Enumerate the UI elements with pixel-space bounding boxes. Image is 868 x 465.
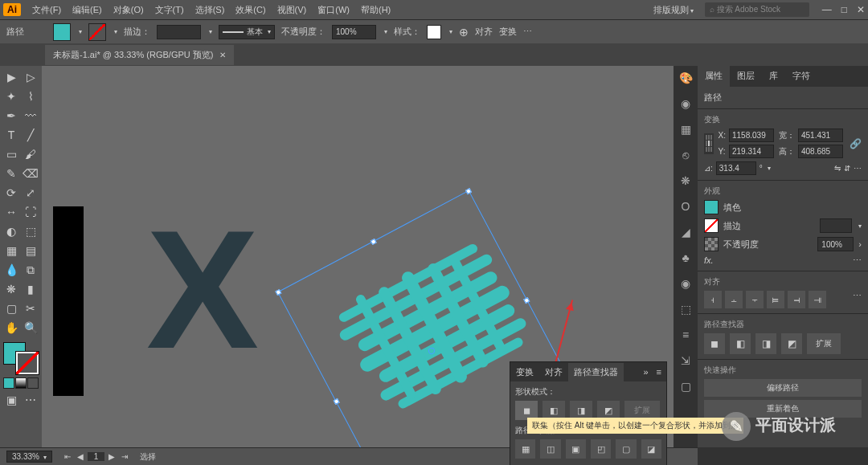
stroke-style-dropdown[interactable]: 基本▾ bbox=[219, 25, 275, 39]
transform-icon[interactable]: ⋯ bbox=[523, 27, 532, 37]
more-options-icon[interactable]: ⋯ bbox=[854, 164, 862, 173]
artboard-tool[interactable]: ▢ bbox=[2, 299, 21, 318]
appearance-icon[interactable]: ◉ bbox=[678, 276, 693, 291]
trim-button[interactable]: ◫ bbox=[540, 439, 560, 459]
rectangle-tool[interactable]: ▭ bbox=[2, 145, 21, 164]
minus-back-button[interactable]: ◪ bbox=[641, 439, 661, 459]
tab-close-icon[interactable]: ✕ bbox=[219, 51, 226, 59]
eyedropper-tool[interactable]: 💧 bbox=[2, 260, 21, 279]
pf-unite[interactable]: ◼ bbox=[704, 333, 725, 354]
menu-object[interactable]: 对象(O) bbox=[108, 2, 149, 18]
float-menu-icon[interactable]: ≡ bbox=[652, 367, 666, 377]
rotate-tool[interactable]: ⟳ bbox=[2, 183, 21, 202]
minimize-button[interactable]: — bbox=[822, 4, 832, 15]
align-bottom[interactable]: ⫣ bbox=[809, 291, 826, 308]
x-input[interactable] bbox=[729, 128, 774, 142]
align-top[interactable]: ⫢ bbox=[767, 291, 784, 308]
fx-label[interactable]: fx. bbox=[704, 255, 714, 266]
free-transform-tool[interactable]: ⛶ bbox=[21, 202, 40, 222]
graphic-styles-icon[interactable]: ⬚ bbox=[678, 302, 693, 316]
next-artboard-icon[interactable]: ▶ bbox=[106, 452, 117, 461]
flip-h-icon[interactable]: ⇋ bbox=[834, 164, 841, 173]
swatches-icon[interactable]: ▦ bbox=[678, 122, 693, 137]
float-tab-transform[interactable]: 变换 bbox=[510, 363, 539, 381]
color-guide-icon[interactable]: ◉ bbox=[678, 96, 693, 111]
type-tool[interactable]: T bbox=[2, 125, 21, 145]
zoom-dropdown[interactable]: 33.33% ▾ bbox=[6, 451, 52, 463]
selection-tool[interactable]: ▶ bbox=[2, 67, 21, 87]
offset-path-button[interactable]: 偏移路径 bbox=[704, 379, 862, 397]
transform-link[interactable]: 变换 bbox=[499, 26, 517, 38]
y-input[interactable] bbox=[729, 145, 774, 158]
symbols-icon[interactable]: ❋ bbox=[678, 173, 693, 188]
lock-aspect-icon[interactable]: 🔗 bbox=[850, 138, 862, 149]
scale-tool[interactable]: ⤢ bbox=[21, 183, 40, 202]
shape-builder-tool[interactable]: ◐ bbox=[2, 222, 21, 241]
maximize-button[interactable]: □ bbox=[841, 4, 847, 15]
fill-swatch[interactable] bbox=[53, 23, 71, 41]
last-artboard-icon[interactable]: ⇥ bbox=[119, 452, 130, 461]
menu-edit[interactable]: 编辑(E) bbox=[68, 2, 107, 18]
tab-properties[interactable]: 属性 bbox=[698, 66, 730, 87]
opacity-mini-input[interactable] bbox=[817, 237, 854, 251]
shaper-tool[interactable]: ✎ bbox=[2, 164, 21, 183]
asset-export-icon[interactable]: ⇲ bbox=[678, 353, 693, 368]
transparency-icon[interactable]: ♣ bbox=[678, 251, 693, 265]
tab-character[interactable]: 字符 bbox=[785, 66, 817, 87]
menu-text[interactable]: 文字(T) bbox=[150, 2, 189, 18]
pf-exclude[interactable]: ◩ bbox=[781, 333, 802, 354]
menu-window[interactable]: 窗口(W) bbox=[313, 2, 354, 18]
pen-tool[interactable]: ✒ bbox=[2, 106, 21, 125]
menu-select[interactable]: 选择(S) bbox=[190, 2, 230, 18]
stroke-mini-swatch[interactable] bbox=[704, 218, 719, 233]
crop-button[interactable]: ◰ bbox=[591, 439, 611, 459]
gradient-panel-icon[interactable]: ◢ bbox=[678, 225, 693, 239]
stroke-dropdown-icon[interactable]: ▾ bbox=[114, 28, 117, 35]
flip-v-icon[interactable]: ⇵ bbox=[844, 164, 850, 173]
lasso-tool[interactable]: ⌇ bbox=[21, 87, 40, 106]
color-panel-icon[interactable]: 🎨 bbox=[678, 71, 693, 85]
tab-libraries[interactable]: 库 bbox=[762, 66, 785, 87]
curvature-tool[interactable]: 〰 bbox=[21, 106, 40, 125]
color-mode-none[interactable] bbox=[27, 377, 39, 389]
float-tab-pathfinder[interactable]: 路径查找器 bbox=[568, 363, 624, 381]
prev-artboard-icon[interactable]: ◀ bbox=[75, 452, 86, 461]
edit-toolbar[interactable]: ⋯ bbox=[21, 390, 40, 410]
align-link[interactable]: 对齐 bbox=[475, 26, 493, 38]
eraser-tool[interactable]: ⌫ bbox=[21, 164, 40, 183]
direct-select-tool[interactable]: ▷ bbox=[21, 67, 40, 87]
rotate-input[interactable] bbox=[716, 161, 756, 175]
screen-mode[interactable]: ▣ bbox=[2, 390, 21, 410]
stroke-weight-input[interactable] bbox=[157, 25, 201, 39]
artboards-icon[interactable]: ▢ bbox=[678, 379, 693, 394]
pf-minus-front[interactable]: ◧ bbox=[730, 333, 751, 354]
close-button[interactable]: ✕ bbox=[857, 4, 865, 15]
h-input[interactable] bbox=[798, 145, 843, 158]
reference-point[interactable] bbox=[704, 133, 714, 154]
opacity-input[interactable] bbox=[332, 25, 376, 39]
align-more-icon[interactable]: ⋯ bbox=[853, 291, 862, 308]
symbol-tool[interactable]: ❋ bbox=[2, 279, 21, 299]
color-mode-gradient[interactable] bbox=[15, 377, 27, 389]
float-collapse-icon[interactable]: » bbox=[640, 367, 651, 377]
doc-setup-icon[interactable]: ⊕ bbox=[459, 26, 469, 39]
merge-button[interactable]: ▣ bbox=[566, 439, 586, 459]
layers-icon[interactable]: ≡ bbox=[678, 328, 693, 342]
zoom-tool[interactable]: 🔍 bbox=[21, 318, 40, 337]
fill-dropdown-icon[interactable]: ▾ bbox=[79, 28, 82, 35]
magic-wand-tool[interactable]: ✦ bbox=[2, 87, 21, 106]
align-left[interactable]: ⫞ bbox=[704, 291, 722, 308]
appearance-more-icon[interactable]: ⋯ bbox=[853, 255, 862, 266]
floating-pathfinder-panel[interactable]: 变换 对齐 路径查找器 » ≡ 形状模式： ◼ ◧ ◨ ◩ 扩展 路径查找器： … bbox=[510, 361, 667, 465]
align-right[interactable]: ⫟ bbox=[746, 291, 764, 308]
stroke-w-mini-input[interactable] bbox=[820, 218, 852, 233]
layout-rules-dropdown[interactable]: 排版规则▾ bbox=[649, 2, 698, 18]
stroke-panel-icon[interactable]: O bbox=[678, 199, 693, 214]
menu-view[interactable]: 视图(V) bbox=[272, 2, 312, 18]
align-hcenter[interactable]: ⫠ bbox=[725, 291, 743, 308]
gradient-tool[interactable]: ▤ bbox=[21, 241, 40, 260]
outline-button[interactable]: ▢ bbox=[616, 439, 636, 459]
align-vcenter[interactable]: ⫤ bbox=[788, 291, 805, 308]
width-tool[interactable]: ↔ bbox=[2, 202, 21, 222]
graph-tool[interactable]: ▮ bbox=[21, 279, 40, 299]
